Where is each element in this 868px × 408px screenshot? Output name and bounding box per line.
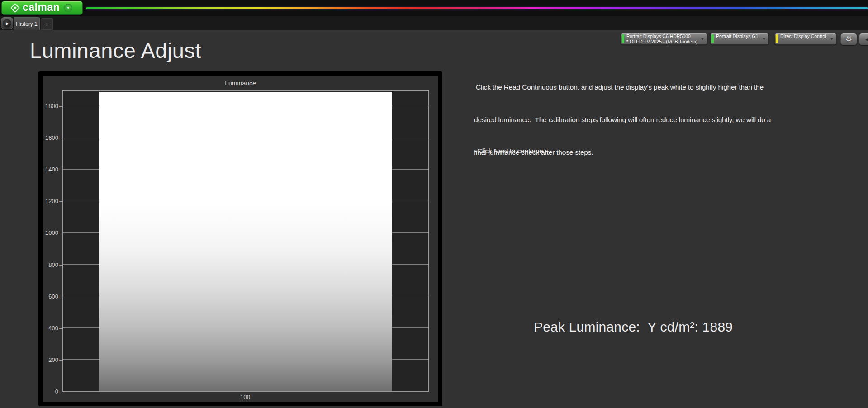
calman-menu-button[interactable]: calman ▼ [1, 1, 83, 15]
tab-bar: ▶ History 1 + Portrait Displays C6 HDR50… [0, 16, 868, 30]
tab-history-1[interactable]: History 1 [14, 17, 40, 30]
y-tick-label: 1200 [43, 198, 62, 205]
y-tick-label: 200 [43, 356, 62, 364]
gear-icon: ⚙ [845, 34, 852, 44]
y-tick-label: 800 [43, 261, 62, 269]
instructions-text: Click the Read Continuous button, and ad… [474, 60, 840, 180]
x-axis-category-label: 100 [99, 394, 392, 400]
workflow-nav-button[interactable]: ▶ [1, 17, 13, 29]
instructions-line: Click the Read Continuous button, and ad… [474, 82, 840, 93]
calman-window: calman ▼ ▶ History 1 + Portrait Displays… [0, 0, 868, 408]
luminance-bar [99, 92, 392, 391]
chevron-down-icon[interactable]: ▼ [759, 33, 768, 44]
settings-button[interactable]: ⚙ [840, 33, 857, 45]
play-forward-icon: ▶ [3, 19, 11, 28]
meter-device-dropdown[interactable]: Portrait Displays C6 HDR5000 * OLED TV 2… [621, 33, 707, 45]
y-tick-label: 1800 [43, 103, 62, 110]
chart-title: Luminance [43, 80, 438, 87]
luminance-chart: Luminance 020040060080010001200140016001… [38, 71, 442, 406]
instructions-line: desired luminance. The calibration steps… [474, 114, 840, 125]
calman-logo-text: calman [23, 2, 60, 14]
calman-gem-icon [10, 3, 20, 13]
display-control-line1: Direct Display Control [780, 33, 826, 39]
y-tick-label: 0 [43, 388, 62, 395]
calman-menu-chevron-down-icon[interactable]: ▼ [64, 4, 72, 12]
chevron-down-icon[interactable]: ▼ [698, 33, 707, 44]
y-tick-label: 600 [43, 293, 62, 300]
plot-area [62, 90, 429, 392]
display-control-dropdown[interactable]: Direct Display Control ▼ [774, 33, 837, 45]
y-tick-label: 1000 [43, 229, 62, 237]
meter-device-line1: Portrait Displays C6 HDR5000 [626, 33, 691, 39]
y-tick-label: 1600 [43, 134, 62, 142]
top-brand-bar: calman ▼ [0, 0, 868, 16]
source-device-line1: Portrait Displays G1 [716, 33, 758, 39]
arrow-left-icon: ◀ [865, 36, 868, 43]
page-title: Luminance Adjust [30, 38, 201, 63]
next-hint-text: Click Next to continue. [477, 147, 545, 155]
collapse-panel-button[interactable]: ◀ [859, 33, 868, 45]
peak-luminance-readout: Peak Luminance: Y cd/m²: 1889 [534, 319, 733, 335]
y-tick-label: 400 [43, 325, 62, 332]
chevron-down-icon[interactable]: ▼ [827, 33, 836, 44]
y-axis-tick-labels: 020040060080010001200140016001800 [43, 90, 62, 392]
rainbow-gradient-strip [86, 7, 868, 9]
y-tick-label: 1400 [43, 166, 62, 173]
meter-device-line2: * OLED TV 2025 - (RGB Tandem) [626, 39, 697, 44]
source-device-dropdown[interactable]: Portrait Displays G1 ▼ [710, 33, 769, 45]
add-tab-button[interactable]: + [41, 18, 53, 30]
